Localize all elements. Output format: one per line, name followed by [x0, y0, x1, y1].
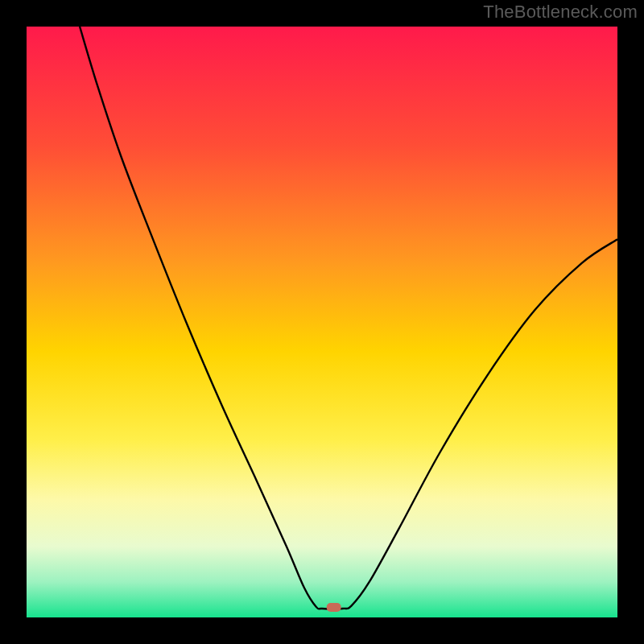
- chart-background: [27, 27, 617, 617]
- chart-svg: [27, 27, 617, 617]
- watermark-text: TheBottleneck.com: [483, 2, 638, 23]
- plot-area: [27, 27, 617, 617]
- optimal-point-marker: [327, 603, 341, 612]
- chart-frame: TheBottleneck.com: [0, 0, 644, 644]
